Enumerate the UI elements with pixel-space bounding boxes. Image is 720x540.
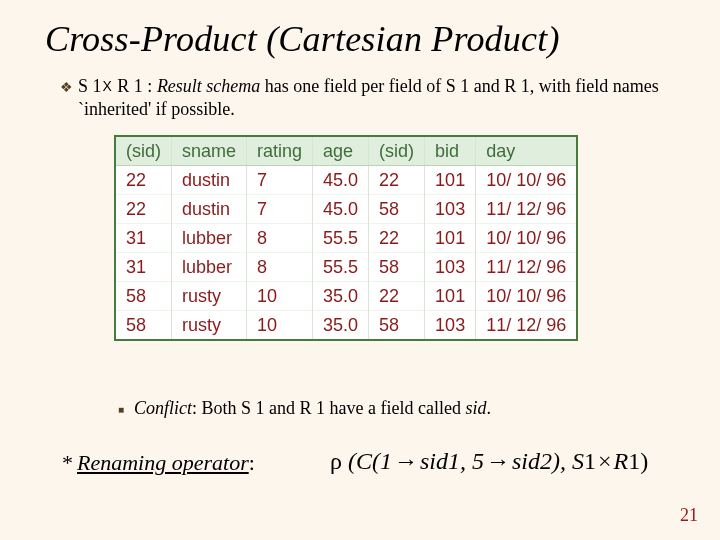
bullet-1: S 1X R 1 : Result schema has one field p… xyxy=(78,75,680,120)
footnote: *Renaming operator: xyxy=(62,450,255,476)
sid-label: sid xyxy=(465,398,486,418)
col-sid1: (sid) xyxy=(116,137,172,166)
col-sname: sname xyxy=(172,137,247,166)
bullet2-tail: : Both S 1 and R 1 have a field called xyxy=(192,398,465,418)
col-age: age xyxy=(313,137,369,166)
col-sid2: (sid) xyxy=(369,137,425,166)
slide: Cross-Product (Cartesian Product) ❖ S 1X… xyxy=(0,0,720,540)
table-body: 22dustin745.02210110/ 10/ 96 22dustin745… xyxy=(116,166,576,340)
rename-formula: ρ (C(1→sid1, 5→sid2), S1×R1) xyxy=(330,448,648,475)
bullet1-post: R 1 : xyxy=(113,76,157,96)
bullet-2: Conflict: Both S 1 and R 1 have a field … xyxy=(134,398,680,419)
slide-title: Cross-Product (Cartesian Product) xyxy=(45,18,560,60)
bullet2-dot: . xyxy=(486,398,491,418)
times-icon: X xyxy=(102,78,113,94)
renaming-operator-label: Renaming operator xyxy=(77,450,249,475)
table-header-row: (sid) sname rating age (sid) bid day xyxy=(116,137,576,166)
arrow-icon: → xyxy=(484,448,512,474)
arrow-icon: → xyxy=(392,448,420,474)
col-bid: bid xyxy=(425,137,476,166)
col-rating: rating xyxy=(247,137,313,166)
table-row: 58rusty1035.05810311/ 12/ 96 xyxy=(116,311,576,340)
col-day: day xyxy=(476,137,577,166)
table-row: 22dustin745.05810311/ 12/ 96 xyxy=(116,195,576,224)
table-row: 31lubber855.55810311/ 12/ 96 xyxy=(116,253,576,282)
bullet1-pre: S 1 xyxy=(78,76,102,96)
times-icon: × xyxy=(596,448,614,474)
page-number: 21 xyxy=(680,505,698,526)
square-bullet-icon: ■ xyxy=(118,404,124,415)
asterisk-icon: * xyxy=(62,450,73,475)
footnote-colon: : xyxy=(249,450,255,475)
table-row: 58rusty1035.02210110/ 10/ 96 xyxy=(116,282,576,311)
table-row: 31lubber855.52210110/ 10/ 96 xyxy=(116,224,576,253)
conflict-label: Conflict xyxy=(134,398,192,418)
rho-symbol: ρ xyxy=(330,448,342,474)
bullet-icon: ❖ xyxy=(60,79,73,96)
table-row: 22dustin745.02210110/ 10/ 96 xyxy=(116,166,576,195)
result-table: (sid) sname rating age (sid) bid day 22d… xyxy=(114,135,578,341)
bullet1-result-schema: Result schema xyxy=(157,76,260,96)
